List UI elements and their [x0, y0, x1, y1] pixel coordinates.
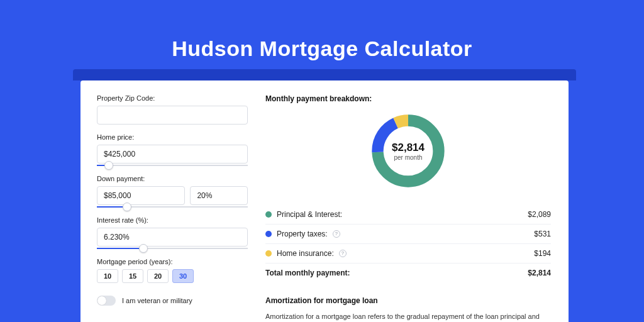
veteran-toggle-knob	[97, 296, 106, 305]
veteran-row: I am veteran or military	[97, 296, 248, 306]
rate-input[interactable]	[97, 228, 248, 247]
amortization-heading: Amortization for mortgage loan	[265, 296, 551, 305]
price-input[interactable]	[97, 145, 248, 164]
down-amount-input[interactable]	[97, 186, 185, 205]
period-option-10[interactable]: 10	[97, 269, 118, 283]
price-slider[interactable]	[97, 165, 248, 166]
down-label: Down payment:	[97, 175, 248, 182]
period-label: Mortgage period (years):	[97, 258, 248, 265]
period-options: 10152030	[97, 269, 248, 283]
period-option-20[interactable]: 20	[147, 269, 169, 283]
donut-center: $2,814 per month	[368, 111, 448, 191]
amortization-section: Amortization for mortgage loan Amortizat…	[265, 296, 551, 322]
page-root: Hudson Mortgage Calculator Property Zip …	[0, 0, 644, 322]
legend-label-pi: Principal & Interest:	[277, 210, 342, 219]
down-group: Down payment:	[97, 175, 248, 208]
period-option-15[interactable]: 15	[122, 269, 143, 283]
rate-slider[interactable]	[97, 248, 248, 249]
down-pct-input[interactable]	[190, 186, 248, 205]
donut-sub: per month	[394, 154, 422, 161]
legend: Principal & Interest:$2,089Property taxe…	[265, 205, 551, 282]
legend-dot-ins	[265, 250, 272, 257]
legend-value-tax: $531	[534, 230, 551, 238]
price-group: Home price:	[97, 133, 248, 166]
legend-label-ins: Home insurance:	[277, 249, 334, 258]
zip-label: Property Zip Code:	[97, 94, 248, 102]
legend-row-pi: Principal & Interest:$2,089	[265, 205, 551, 225]
down-slider[interactable]	[97, 206, 248, 208]
rate-label: Interest rate (%):	[97, 216, 248, 224]
page-title: Hudson Mortgage Calculator	[0, 0, 644, 61]
donut-amount: $2,814	[392, 142, 425, 154]
price-slider-thumb[interactable]	[104, 161, 113, 170]
legend-row-tax: Property taxes:?$531	[265, 225, 551, 244]
legend-value-ins: $194	[534, 249, 551, 258]
donut-wrap: $2,814 per month	[265, 109, 551, 197]
total-label: Total monthly payment:	[265, 269, 350, 277]
total-value: $2,814	[528, 269, 551, 277]
legend-value-pi: $2,089	[528, 210, 551, 219]
rate-slider-thumb[interactable]	[139, 244, 148, 253]
veteran-toggle[interactable]	[97, 296, 116, 306]
period-group: Mortgage period (years): 10152030	[97, 258, 248, 283]
legend-row-total: Total monthly payment:$2,814	[265, 264, 551, 282]
form-column: Property Zip Code: Home price: Down paym…	[97, 94, 248, 322]
donut-chart: $2,814 per month	[368, 111, 448, 191]
amortization-text: Amortization for a mortgage loan refers …	[265, 311, 551, 322]
legend-dot-tax	[265, 231, 272, 237]
breakdown-column: Monthly payment breakdown: $2,814 per mo…	[265, 94, 551, 322]
info-icon[interactable]: ?	[339, 250, 347, 257]
zip-input[interactable]	[97, 106, 248, 125]
period-option-30[interactable]: 30	[172, 269, 194, 283]
legend-label-tax: Property taxes:	[277, 230, 328, 238]
legend-row-ins: Home insurance:?$194	[265, 244, 551, 264]
zip-group: Property Zip Code:	[97, 94, 248, 125]
down-slider-thumb[interactable]	[123, 203, 131, 211]
veteran-label: I am veteran or military	[122, 297, 192, 304]
price-label: Home price:	[97, 133, 248, 141]
rate-group: Interest rate (%):	[97, 216, 248, 249]
calculator-panel: Property Zip Code: Home price: Down paym…	[80, 80, 569, 322]
info-icon[interactable]: ?	[333, 230, 340, 238]
legend-dot-pi	[265, 211, 272, 218]
panel-shadow	[73, 69, 576, 80]
breakdown-heading: Monthly payment breakdown:	[265, 94, 551, 103]
